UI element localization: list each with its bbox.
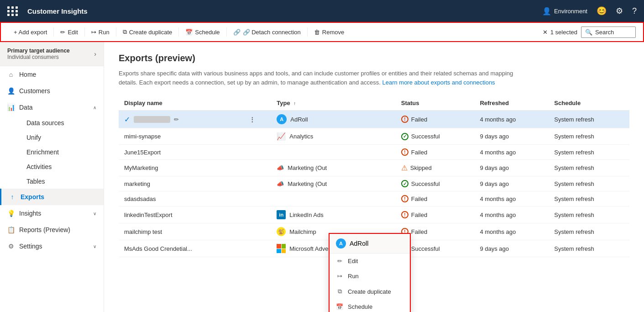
table-row[interactable]: linkedinTestExport in LinkedIn Ads ! Fa	[119, 206, 629, 223]
row-status: ! Failed	[396, 191, 475, 206]
context-duplicate-item[interactable]: ⧉ Create duplicate	[330, 284, 410, 299]
context-edit-item[interactable]: ✏ Edit	[330, 254, 410, 269]
failed-icon: !	[401, 195, 408, 202]
environment-button[interactable]: 👤 Environment	[542, 7, 587, 16]
settings-icon[interactable]: ⚙	[616, 6, 623, 16]
blurred-name	[134, 116, 170, 123]
table-row[interactable]: mimi-synapse 📈 Analytics ✓ Successful	[119, 128, 629, 145]
col-schedule: Schedule	[549, 96, 629, 111]
sidebar-item-home[interactable]: ⌂ Home	[0, 66, 104, 83]
run-button[interactable]: ↦ Run	[86, 26, 115, 38]
sidebar-submenu-data: Data sources Unify Enrichment Activities…	[0, 116, 104, 189]
learn-more-link[interactable]: Learn more about exports and connections	[382, 79, 495, 86]
failed-icon: !	[401, 116, 408, 123]
status-badge-failed: ! Failed	[401, 148, 469, 156]
user-icon[interactable]: 😊	[597, 6, 607, 16]
edit-button[interactable]: ✏ Edit	[55, 26, 83, 38]
row-schedule: System refresh	[549, 128, 629, 145]
marketing-icon: 📣	[277, 180, 284, 187]
edit-icon: ✏	[60, 29, 65, 36]
status-badge-skipped: ⚠ Skipped	[401, 164, 469, 172]
context-run-item[interactable]: ↦ Run	[330, 269, 410, 284]
create-duplicate-button[interactable]: ⧉ Create duplicate	[117, 26, 178, 38]
sidebar-header-chevron[interactable]: ›	[94, 50, 96, 58]
sidebar-item-tables[interactable]: Tables	[19, 174, 104, 189]
main-layout: Primary target audience Individual consu…	[0, 42, 644, 312]
sidebar-item-data[interactable]: 📊 Data ∧	[0, 99, 104, 116]
col-refreshed: Refreshed	[474, 96, 549, 111]
sidebar-header: Primary target audience Individual consu…	[0, 42, 104, 66]
row-action-cell: ✓ ✏	[124, 115, 238, 124]
row-name: marketing	[119, 176, 244, 191]
add-export-button[interactable]: + Add export	[8, 26, 52, 38]
context-schedule-icon: 📅	[336, 303, 343, 310]
sidebar-header-content: Primary target audience Individual consu…	[7, 48, 70, 60]
row-name: linkedinTestExport	[119, 206, 244, 223]
row-refreshed: 4 months ago	[474, 111, 549, 128]
sidebar-insights-label: Insights	[19, 210, 41, 217]
separator-5	[226, 27, 227, 37]
topbar-right: 👤 Environment 😊 ⚙ ?	[542, 6, 637, 16]
type-cell: 📣 Marketing (Out	[277, 164, 390, 171]
sidebar-item-enrichment[interactable]: Enrichment	[19, 145, 104, 159]
sidebar-item-settings[interactable]: ⚙ Settings ∨	[0, 238, 104, 254]
row-dots-cell	[244, 240, 271, 257]
failed-icon: !	[401, 148, 408, 156]
remove-button[interactable]: 🗑 Remove	[309, 26, 350, 38]
detach-connection-button[interactable]: 🔗 🔗 Detach connection	[228, 26, 306, 38]
sidebar-item-activities[interactable]: Activities	[19, 159, 104, 174]
run-icon: ↦	[91, 29, 96, 36]
marketing-icon: 📣	[277, 164, 284, 171]
sidebar-item-reports[interactable]: 📋 Reports (Preview)	[0, 222, 104, 238]
row-type: A AdRoll	[271, 111, 396, 128]
mailchimp-type-icon: 🐒	[277, 227, 286, 236]
table-row[interactable]: sdasdsadas ! Failed 4 months ago System …	[119, 191, 629, 206]
col-display-name: Display name	[119, 96, 244, 111]
status-badge-failed: ! Failed	[401, 228, 469, 235]
table-row[interactable]: MyMarketing 📣 Marketing (Out ⚠ Skipped	[119, 160, 629, 176]
app-launcher-icon[interactable]	[7, 6, 18, 16]
search-icon: 🔍	[585, 29, 592, 36]
row-refreshed: 4 months ago	[474, 223, 549, 240]
context-menu-trigger[interactable]: ⋮	[249, 116, 256, 123]
remove-icon: 🗑	[314, 29, 320, 36]
insights-icon: 💡	[7, 210, 15, 217]
edit-row-icon[interactable]: ✏	[174, 116, 179, 123]
status-badge-success: ✓ Successful	[401, 180, 469, 187]
row-status: ✓ Successful	[396, 128, 475, 145]
separator-1	[53, 27, 54, 37]
context-schedule-item[interactable]: 📅 Schedule	[330, 299, 410, 312]
row-dots-cell	[244, 128, 271, 145]
sidebar-item-exports[interactable]: ↑ Exports	[0, 189, 104, 205]
row-name: June15Export	[119, 145, 244, 160]
close-selection-icon[interactable]: ✕	[543, 29, 548, 36]
row-checkbox[interactable]: ✓	[124, 115, 130, 124]
table-row[interactable]: ✓ ✏ ⋮ A AdRoll	[119, 111, 629, 128]
context-run-icon: ↦	[336, 273, 343, 280]
row-status: ⚠ Skipped	[396, 160, 475, 176]
exports-icon: ↑	[9, 193, 16, 201]
type-cell: in LinkedIn Ads	[277, 210, 390, 219]
row-schedule: System refresh	[549, 191, 629, 206]
row-name: mailchimp test	[119, 223, 244, 240]
duplicate-icon: ⧉	[123, 28, 127, 36]
table-row[interactable]: June15Export ! Failed 4 months ago Syste…	[119, 145, 629, 160]
search-box[interactable]: 🔍 Search	[581, 26, 636, 38]
sidebar-settings-label: Settings	[19, 243, 42, 250]
sidebar-item-data-sources[interactable]: Data sources	[19, 116, 104, 130]
sidebar: Primary target audience Individual consu…	[0, 42, 104, 312]
sidebar-customers-label: Customers	[19, 87, 50, 95]
primary-target-label: Primary target audience	[7, 48, 70, 54]
sidebar-item-customers[interactable]: 👤 Customers	[0, 83, 104, 99]
type-cell: A AdRoll	[277, 114, 390, 124]
sidebar-header-row: Primary target audience Individual consu…	[7, 48, 96, 60]
context-menu-header: A AdRoll	[330, 234, 410, 254]
sidebar-item-insights[interactable]: 💡 Insights ∨	[0, 205, 104, 222]
sidebar-item-unify[interactable]: Unify	[19, 130, 104, 145]
data-icon: 📊	[7, 104, 15, 111]
schedule-button[interactable]: 📅 Schedule	[180, 26, 225, 38]
table-row[interactable]: marketing 📣 Marketing (Out ✓ Successfu	[119, 176, 629, 191]
environment-label: Environment	[554, 8, 587, 15]
help-icon[interactable]: ?	[632, 6, 637, 16]
sidebar-home-label: Home	[19, 71, 36, 78]
